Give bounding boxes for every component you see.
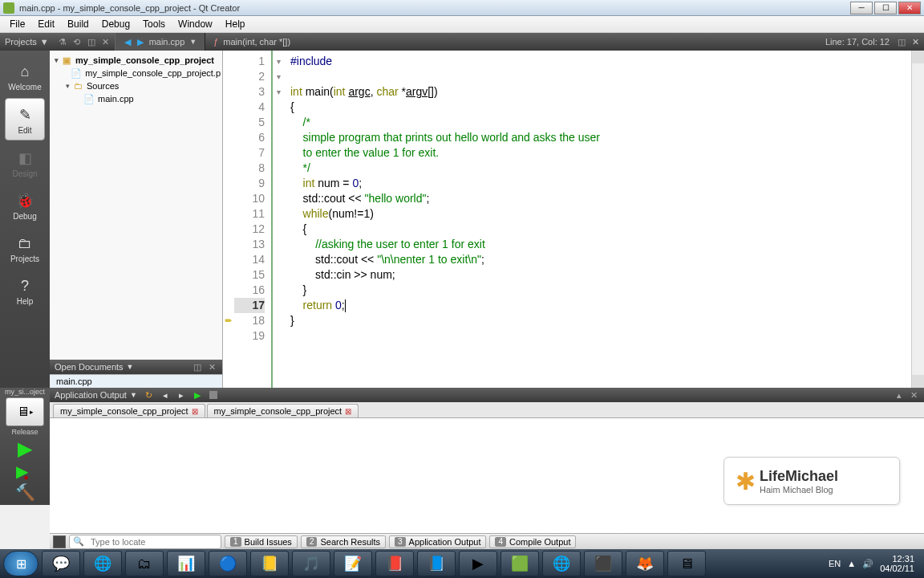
back-icon[interactable]: ◀ — [124, 37, 132, 47]
status-search-results[interactable]: 2Search Results — [301, 535, 386, 548]
mode-welcome[interactable]: ⌂Welcome — [5, 55, 45, 96]
tray-icon[interactable]: ▲ — [847, 559, 856, 568]
close-tab-icon[interactable]: ⊠ — [345, 407, 351, 416]
menu-edit[interactable]: Edit — [31, 17, 61, 31]
folder-icon: 🗀 — [14, 232, 36, 254]
taskbar-app[interactable]: 📝 — [334, 551, 372, 576]
menu-file[interactable]: File — [3, 17, 31, 31]
mode-help[interactable]: ?Help — [5, 270, 45, 311]
search-icon: 🔍 — [70, 536, 87, 547]
split-icon[interactable]: ◫ — [192, 361, 203, 372]
output-tab[interactable]: my_simple_console_cpp_project⊠ — [207, 404, 359, 417]
project-icon: ▣ — [61, 55, 72, 66]
chevron-down-icon[interactable]: ▼ — [189, 38, 197, 46]
taskbar-app[interactable]: 🗂 — [125, 551, 164, 576]
run-button[interactable]: ▶ — [18, 438, 32, 460]
status-app-output[interactable]: 3Application Output — [389, 535, 486, 548]
close-button[interactable]: ✕ — [898, 2, 921, 14]
output-body: ✱ LifeMichael Haim Michael Blog — [50, 418, 924, 539]
watermark-subtitle: Haim Michael Blog — [760, 485, 838, 495]
forward-icon[interactable]: ▶ — [136, 37, 144, 47]
taskbar-app[interactable]: 📒 — [250, 551, 289, 576]
file-tab[interactable]: ◀ ▶ main.cpp ▼ — [115, 33, 206, 51]
build-button[interactable]: 🔨 — [15, 482, 35, 502]
tree-sources-folder[interactable]: ▾🗀Sources — [51, 79, 221, 92]
close-panel-icon[interactable]: ✕ — [100, 36, 111, 47]
close-panel-icon[interactable]: ✕ — [908, 389, 919, 401]
build-target-selector[interactable]: 🖥▸ — [6, 397, 44, 426]
mode-edit[interactable]: ✎Edit — [5, 98, 45, 140]
chevron-down-icon[interactable]: ▼ — [130, 391, 137, 399]
split-icon[interactable]: ◫ — [86, 36, 97, 47]
taskbar-app[interactable]: 📘 — [417, 551, 456, 576]
tray-icon[interactable]: 🔊 — [862, 559, 873, 569]
function-icon: ƒ — [213, 37, 218, 47]
taskbar-app[interactable]: 🖥 — [667, 551, 706, 576]
design-icon: ◧ — [14, 147, 36, 169]
maximize-button[interactable]: ☐ — [874, 2, 897, 14]
taskbar-app[interactable]: 🌐 — [542, 551, 581, 576]
windows-taskbar: ⊞ 💬 🌐 🗂 📊 🔵 📒 🎵 📝 📕 📘 ▶ 🟩 🌐 ⬛ 🦊 🖥 EN ▲ 🔊… — [0, 549, 924, 578]
taskbar-app[interactable]: 🌐 — [83, 551, 122, 576]
tray-lang[interactable]: EN — [829, 559, 841, 568]
mode-debug[interactable]: 🐞Debug — [5, 185, 45, 226]
menu-build[interactable]: Build — [61, 17, 95, 31]
tree-pro-file[interactable]: 📄my_simple_console_cpp_project.p — [51, 67, 221, 79]
toggle-sidebar-icon[interactable] — [53, 535, 66, 548]
tree-main-cpp[interactable]: 📄main.cpp — [51, 92, 221, 105]
close-icon[interactable]: ✕ — [206, 361, 217, 372]
taskbar-app[interactable]: 🦊 — [626, 551, 664, 576]
code-editor[interactable]: ➨ 12345678910111213141516171819 ▾▾▾ #inc… — [223, 51, 924, 388]
cursor-position: Line: 17, Col: 12 — [819, 37, 896, 47]
vertical-scrollbar[interactable] — [911, 51, 924, 388]
output-tabs: my_simple_console_cpp_project⊠ my_simple… — [50, 402, 924, 418]
status-build-issues[interactable]: 1Build Issues — [225, 535, 298, 548]
tree-project-root[interactable]: ▾▣my_simple_console_cpp_project — [51, 54, 221, 67]
rerun-icon[interactable]: ↻ — [144, 389, 155, 401]
menu-window[interactable]: Window — [172, 17, 219, 31]
window-title: main.cpp - my_simple_console_cpp_project… — [19, 3, 850, 13]
output-stop-icon[interactable] — [208, 389, 219, 401]
marker-column: ➨ — [223, 51, 234, 388]
close-tab-icon[interactable]: ⊠ — [192, 407, 198, 416]
locator-input[interactable] — [87, 537, 221, 547]
debug-run-button[interactable]: ▶● — [16, 462, 33, 481]
taskbar-app[interactable]: 🎵 — [292, 551, 330, 576]
code-body[interactable]: #include int main(int argc, char *argv[]… — [284, 51, 924, 388]
sync-icon[interactable]: ⟲ — [71, 36, 83, 47]
system-tray: EN ▲ 🔊 12:31 04/02/11 — [829, 554, 921, 573]
menu-help[interactable]: Help — [219, 17, 252, 31]
status-compile-output[interactable]: 4Compile Output — [489, 535, 576, 548]
prev-icon[interactable]: ◂ — [160, 389, 171, 401]
output-tab[interactable]: my_simple_console_cpp_project⊠ — [53, 404, 205, 417]
chevron-down-icon[interactable]: ▼ — [127, 363, 134, 371]
edit-icon: ✎ — [14, 104, 36, 126]
taskbar-app[interactable]: 💬 — [42, 551, 80, 576]
open-doc-item[interactable]: main.cpp — [50, 375, 222, 388]
open-documents-header: Open Documents ▼ ◫ ✕ — [50, 360, 222, 374]
symbol-breadcrumb[interactable]: ƒ main(int, char *[]) — [205, 37, 298, 47]
taskbar-app[interactable]: 📊 — [167, 551, 205, 576]
mode-projects[interactable]: 🗀Projects — [5, 227, 45, 268]
projects-dropdown[interactable]: Projects ▼ — [0, 33, 54, 51]
output-run-icon[interactable]: ▶ — [192, 389, 203, 401]
menu-tools[interactable]: Tools — [136, 17, 172, 31]
start-button[interactable]: ⊞ — [3, 551, 38, 576]
taskbar-app[interactable]: ⬛ — [584, 551, 622, 576]
taskbar-app[interactable]: 📕 — [375, 551, 414, 576]
next-icon[interactable]: ▸ — [176, 389, 187, 401]
taskbar-app[interactable]: 🔵 — [209, 551, 247, 576]
filter-icon[interactable]: ⚗ — [57, 36, 68, 47]
minimize-button[interactable]: ─ — [850, 2, 873, 14]
file-tab-label: main.cpp — [149, 37, 185, 47]
close-editor-icon[interactable]: ✕ — [907, 37, 924, 47]
mode-design: ◧Design — [5, 142, 45, 183]
cpp-file-icon: 📄 — [83, 93, 95, 104]
minimize-panel-icon[interactable]: ▴ — [894, 389, 905, 401]
taskbar-app[interactable]: ▶ — [459, 551, 497, 576]
tray-clock[interactable]: 12:31 04/02/11 — [880, 554, 914, 573]
split-editor-icon[interactable]: ◫ — [896, 36, 907, 47]
menu-debug[interactable]: Debug — [95, 17, 136, 31]
taskbar-app[interactable]: 🟩 — [500, 551, 539, 576]
locator[interactable]: 🔍 — [69, 535, 221, 549]
